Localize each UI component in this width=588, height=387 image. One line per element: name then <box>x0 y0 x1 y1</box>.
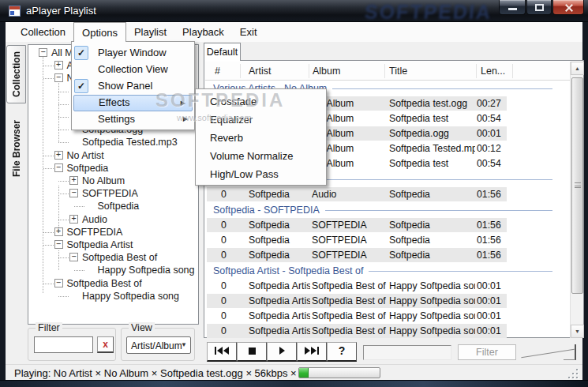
column-header-album[interactable]: Album <box>313 66 340 77</box>
table-row[interactable]: 0SoftpediaSOFTPEDIASoftpedia01:56 <box>205 233 570 248</box>
table-row[interactable]: 0Softpedia ArtistSoftpedia Best ofHappy … <box>205 279 570 294</box>
stop-button[interactable] <box>237 342 267 362</box>
tree-item-softpedia-best-of[interactable]: −Softpedia Best of <box>28 277 198 290</box>
tree-connector <box>58 181 69 182</box>
table-row[interactable]: 0SoftpediaAudioSoftpedia01:56 <box>205 187 570 202</box>
cell-album: SOFTPEDIA <box>312 235 388 246</box>
previous-button[interactable] <box>207 342 237 362</box>
tree-item-softpedia-tested-mp3[interactable]: Softpedia Tested.mp3 <box>28 136 198 148</box>
collapse-icon[interactable]: − <box>39 48 47 57</box>
seek-bar[interactable] <box>363 345 451 360</box>
tree-item-softpedia[interactable]: −SOFTPEDIA <box>28 187 198 200</box>
collapse-icon[interactable]: − <box>69 189 78 197</box>
column-header-[interactable]: # <box>215 66 220 77</box>
menu-option-player-window[interactable]: ✓Player Window <box>72 45 194 62</box>
cell-title: Happy Softpedia song <box>389 295 475 306</box>
tree-item-label: SOFTPEDIA <box>67 227 123 238</box>
tree-item-softpedia[interactable]: Softpedia <box>28 200 198 212</box>
tree-connector <box>58 257 69 258</box>
tab-file-browser[interactable]: File Browser <box>6 111 26 186</box>
volume-slider-handle[interactable] <box>575 344 576 360</box>
column-header-title[interactable]: Title <box>389 66 407 77</box>
cell-artist: Softpedia Artist <box>249 310 310 321</box>
tree-item-happy-softpedia-song[interactable]: Happy Softpedia song <box>28 290 198 302</box>
menu-option-collection-view[interactable]: Collection View <box>72 62 194 78</box>
menu-item-playback[interactable]: Playback <box>174 22 232 42</box>
volume-slider[interactable] <box>519 342 582 362</box>
close-button[interactable] <box>552 0 584 15</box>
submenu-item-equalizer[interactable]: Equalizer <box>196 111 326 130</box>
expand-icon[interactable]: + <box>69 176 78 185</box>
column-separator <box>512 64 513 78</box>
cell-number: 0 <box>221 295 245 306</box>
expand-icon[interactable]: + <box>54 61 63 70</box>
menu-item-options[interactable]: Options <box>73 22 126 42</box>
expand-icon[interactable]: + <box>69 215 78 224</box>
column-header-artist[interactable]: Artist <box>249 66 271 77</box>
window-title: aPlayer Playlist <box>26 5 96 17</box>
collapse-icon[interactable]: − <box>69 253 78 261</box>
menu-option-label: Settings <box>98 113 135 125</box>
resize-grip[interactable] <box>567 368 579 379</box>
tree-item-softpedia-best-of[interactable]: −Softpedia Best of <box>28 251 198 264</box>
tree-item-softpedia[interactable]: +SOFTPEDIA <box>28 226 198 239</box>
tree-item-audio[interactable]: +Audio <box>28 213 198 226</box>
column-header-len[interactable]: Len... <box>481 66 505 77</box>
cell-number: 0 <box>221 325 245 336</box>
submenu-item-reverb[interactable]: Reverb <box>196 130 326 148</box>
playlist-header: #ArtistAlbumTitleLen... <box>205 62 570 81</box>
help-button[interactable]: ? <box>327 342 357 362</box>
cell-length: 01:56 <box>477 220 511 231</box>
collapse-icon[interactable]: − <box>54 240 63 249</box>
menu-option-settings[interactable]: Settings▶ <box>72 111 194 128</box>
scroll-up-icon[interactable]: ▲ <box>571 62 584 75</box>
scroll-down-icon[interactable]: ▼ <box>571 325 584 338</box>
maximize-button[interactable] <box>526 0 552 15</box>
menu-option-show-panel[interactable]: ✓Show Panel <box>72 78 194 95</box>
tree-item-label: Softpedia <box>67 163 109 174</box>
tree-item-softpedia-artist[interactable]: −Softpedia Artist <box>28 239 198 251</box>
tab-collection[interactable]: Collection <box>6 45 26 103</box>
tree-item-softpedia[interactable]: −Softpedia <box>28 162 198 175</box>
playlist-scrollbar[interactable]: ▲ ▼ <box>570 62 583 338</box>
cell-length: 00:01 <box>477 280 511 291</box>
menu-option-effects[interactable]: Effects▶ <box>73 95 193 111</box>
tree-item-no-album[interactable]: +No Album <box>28 175 198 187</box>
menu-item-collection[interactable]: Collection <box>13 22 73 42</box>
submenu-item-volume-normalize[interactable]: Volume Normalize <box>196 148 326 166</box>
view-select[interactable]: Artist/Album ▼ <box>126 336 191 354</box>
submenu-item-high-low-pass[interactable]: High/Low Pass <box>196 166 326 184</box>
cell-artist: Softpedia <box>249 189 310 200</box>
table-row[interactable]: 0Softpedia ArtistSoftpedia Best ofHappy … <box>205 324 570 338</box>
filter-group-label: Filter <box>36 322 62 333</box>
group-divider-line <box>294 179 552 180</box>
table-row[interactable]: 0SoftpediaSOFTPEDIASoftpedia01:56 <box>205 218 570 233</box>
tree-item-label: Audio <box>82 214 107 225</box>
table-row[interactable]: 0SoftpediaSOFTPEDIASoftpedia01:56 <box>205 248 570 263</box>
table-row[interactable]: 0Softpedia ArtistSoftpedia Best ofHappy … <box>205 309 570 324</box>
menu-item-playlist[interactable]: Playlist <box>126 22 174 42</box>
table-row[interactable]: 0Softpedia ArtistSoftpedia Best ofHappy … <box>205 294 570 309</box>
playlist-filter-input[interactable] <box>458 344 516 360</box>
menu-item-exit[interactable]: Exit <box>232 22 265 42</box>
submenu-item-crossfade[interactable]: Crossfade <box>196 93 326 111</box>
tab-default-playlist[interactable]: Default <box>204 43 241 61</box>
collapse-icon[interactable]: − <box>54 279 63 287</box>
expand-icon[interactable]: + <box>54 151 63 160</box>
minimize-button[interactable] <box>499 0 526 15</box>
filter-clear-button[interactable]: x <box>97 336 114 353</box>
collapse-icon[interactable]: − <box>54 163 63 172</box>
cell-album: Audio <box>312 189 388 200</box>
tree-item-happy-softpedia-song[interactable]: Happy Softpedia song <box>28 264 198 276</box>
maximize-icon <box>535 4 544 11</box>
tree-item-no-artist[interactable]: +No Artist <box>28 149 198 162</box>
expand-icon[interactable]: + <box>54 227 63 236</box>
filter-input[interactable] <box>34 336 93 353</box>
cell-title: Softpedia <box>389 189 475 200</box>
next-button[interactable] <box>297 342 327 362</box>
play-button[interactable] <box>267 342 297 362</box>
cell-title: Softpedia.ogg <box>389 128 475 139</box>
scrollbar-thumb[interactable] <box>571 77 583 294</box>
collapse-icon[interactable]: − <box>54 73 63 82</box>
now-playing-text: Playing: No Artist × No Album × Softpedi… <box>14 367 325 379</box>
